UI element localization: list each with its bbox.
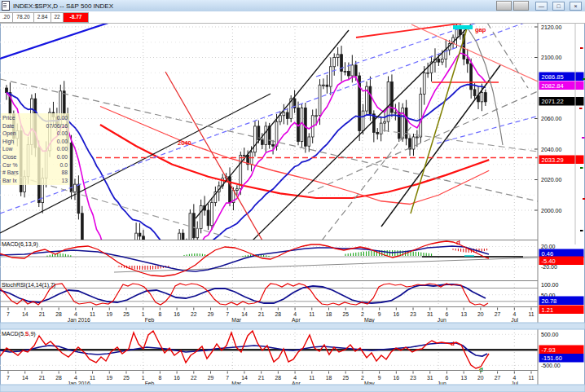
- red-resistance-top: [356, 23, 538, 37]
- svg-text:21: 21: [39, 375, 46, 381]
- maximize-button[interactable]: □: [552, 2, 565, 11]
- svg-text:2: 2: [361, 375, 364, 381]
- svg-text:-7.93: -7.93: [542, 346, 556, 354]
- quote-info-row: .2078.202.8422-8.77: [0, 11, 585, 23]
- macd-axis: 20.00-20.000.46-5.40: [539, 244, 584, 271]
- svg-text:19: 19: [106, 375, 112, 381]
- svg-text:-5.40: -5.40: [542, 258, 556, 265]
- svg-text:16: 16: [394, 311, 400, 317]
- svg-text:-151.60: -151.60: [542, 355, 562, 362]
- svg-text:18: 18: [326, 375, 332, 381]
- price-info-overlay: Price0.00Date07/06/16Open0.00High0.00Low…: [1, 113, 69, 185]
- svg-text:14: 14: [22, 375, 29, 381]
- svg-text:Feb: Feb: [145, 317, 155, 323]
- svg-text:31: 31: [427, 311, 433, 317]
- svg-text:20.78: 20.78: [542, 297, 557, 305]
- minimize-button[interactable]: —: [535, 2, 548, 11]
- price-info-row: Csr %0.0: [2, 161, 68, 170]
- svg-text:2086.85: 2086.85: [542, 73, 564, 81]
- svg-text:500.00: 500.00: [541, 332, 559, 337]
- svg-text:2082.84: 2082.84: [542, 82, 564, 90]
- svg-text:11: 11: [309, 375, 314, 381]
- black-rising-may: [381, 65, 500, 227]
- annotation-gap: gap: [475, 26, 486, 33]
- price-info-row: Close0.00: [2, 153, 68, 161]
- chart-window: INDEX:$SPX,D -- S&P 500 INDEX — □ × .207…: [0, 0, 585, 392]
- price-info-row: Bar Ix13: [2, 177, 68, 185]
- price-info-row: Price0.00: [2, 114, 68, 122]
- svg-text:28: 28: [55, 375, 62, 381]
- svg-text:2000.00: 2000.00: [541, 208, 561, 214]
- panel-separators: [0, 23, 585, 392]
- svg-text:23: 23: [410, 375, 416, 381]
- svg-text:21: 21: [258, 311, 265, 317]
- info-cell: 78.20: [13, 12, 34, 23]
- svg-text:9: 9: [378, 375, 381, 381]
- svg-text:11: 11: [528, 375, 534, 381]
- svg-text:7: 7: [7, 375, 10, 381]
- macd-panel: [0, 241, 538, 276]
- svg-text:31: 31: [427, 375, 433, 381]
- annotation-2040: 2040: [178, 139, 191, 147]
- svg-text:18: 18: [326, 311, 332, 317]
- blue-dash-a: [0, 23, 538, 214]
- svg-text:4: 4: [293, 375, 297, 381]
- svg-text:13: 13: [460, 375, 467, 381]
- svg-text:20.00: 20.00: [541, 244, 556, 249]
- price-axis: 2120.002100.002060.002040.002020.002000.…: [534, 24, 584, 214]
- info-cell-change: -8.77: [64, 12, 89, 23]
- svg-text:11: 11: [528, 311, 534, 317]
- svg-text:20: 20: [477, 311, 484, 317]
- svg-text:4: 4: [74, 375, 77, 381]
- svg-text:Jul: Jul: [511, 317, 518, 323]
- svg-text:4: 4: [512, 375, 516, 381]
- toolbar-button-2[interactable]: [513, 1, 529, 11]
- svg-text:16: 16: [394, 375, 400, 381]
- svg-text:1.21: 1.21: [542, 306, 554, 314]
- svg-text:27: 27: [495, 311, 501, 317]
- svg-text:16: 16: [174, 311, 180, 317]
- svg-text:25: 25: [342, 311, 349, 317]
- svg-text:27: 27: [495, 375, 501, 381]
- svg-text:May: May: [364, 317, 375, 324]
- close-button[interactable]: ×: [570, 2, 582, 11]
- window-title: INDEX:$SPX,D -- S&P 500 INDEX: [13, 2, 113, 10]
- svg-text:11: 11: [90, 311, 95, 317]
- stochrsi-label: StochRSI(14,14(1),7): [2, 282, 55, 288]
- svg-text:29: 29: [208, 311, 214, 317]
- svg-text:2040.00: 2040.00: [541, 147, 561, 152]
- svg-text:7: 7: [7, 311, 10, 317]
- price-info-row: Date07/06/16: [2, 122, 68, 130]
- svg-text:2120.00: 2120.00: [541, 24, 561, 30]
- title-bar[interactable]: INDEX:$SPX,D -- S&P 500 INDEX — □ ×: [0, 0, 585, 12]
- svg-text:28: 28: [275, 375, 282, 381]
- info-cell: 22: [51, 12, 64, 23]
- svg-text:2100.00: 2100.00: [541, 55, 561, 60]
- svg-text:2060.00: 2060.00: [541, 116, 561, 121]
- svg-text:2020.00: 2020.00: [541, 177, 561, 183]
- background-window-edge: [575, 23, 585, 244]
- svg-text:1: 1: [142, 311, 145, 317]
- window-frame-strip: [0, 385, 585, 392]
- price-info-row: # Bars88: [2, 169, 68, 177]
- svg-text:4: 4: [512, 311, 516, 317]
- black-channel-b: [253, 24, 471, 240]
- chart-canvas[interactable]: gap2040ddd2120.002100.002060.002040.0020…: [0, 23, 585, 392]
- svg-text:Mar: Mar: [231, 317, 241, 323]
- info-cell: 2.84: [34, 12, 51, 23]
- svg-text:Jun: Jun: [438, 317, 446, 323]
- svg-text:14: 14: [241, 311, 248, 317]
- main-price-panel: [0, 23, 538, 344]
- svg-text:9: 9: [378, 311, 381, 317]
- document-icon: [2, 1, 10, 11]
- toolbar-button-1[interactable]: [496, 1, 512, 11]
- svg-text:11: 11: [309, 311, 314, 317]
- svg-text:2: 2: [361, 311, 364, 317]
- gray-dash-rise-a: [308, 91, 538, 193]
- svg-text:22: 22: [191, 311, 197, 317]
- stochrsi-panel: [0, 284, 538, 306]
- svg-text:25: 25: [123, 311, 130, 317]
- gap-highlight: [453, 25, 473, 29]
- svg-text:16: 16: [174, 375, 180, 381]
- svg-text:14: 14: [22, 311, 29, 317]
